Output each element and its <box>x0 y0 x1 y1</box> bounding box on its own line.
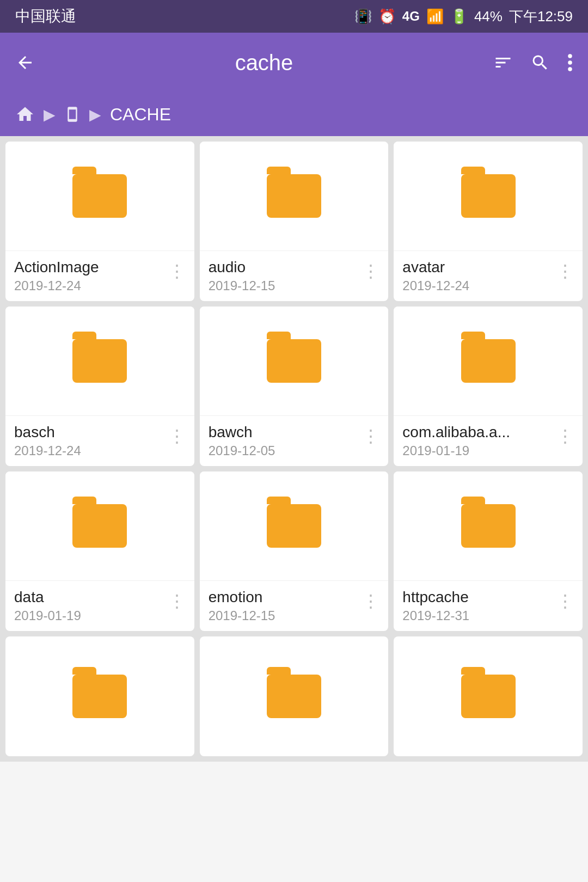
folder-info-8: httpcache 2019-12-31 ⋮ <box>394 580 583 631</box>
vibrate-icon: 📳 <box>354 8 372 25</box>
app-bar-actions <box>493 53 573 72</box>
folder-more-2[interactable]: ⋮ <box>552 259 574 284</box>
folder-icon-area-1 <box>200 142 389 250</box>
folder-card-0[interactable]: ActionImage 2019-12-24 ⋮ <box>5 142 194 301</box>
folder-info-4: bawch 2019-12-05 ⋮ <box>200 415 389 466</box>
signal-type-label: 4G <box>402 9 420 24</box>
battery-label: 44% <box>474 8 503 25</box>
folder-date-6: 2019-01-19 <box>14 608 164 623</box>
status-right: 📳 ⏰ 4G 📶 🔋 44% 下午12:59 <box>354 7 573 26</box>
folder-name-0: ActionImage <box>14 259 145 276</box>
folder-more-0[interactable]: ⋮ <box>164 259 186 284</box>
folder-info-6: data 2019-01-19 ⋮ <box>5 580 194 631</box>
folder-card-5[interactable]: com.alibaba.a... 2019-01-19 ⋮ <box>394 307 583 466</box>
folder-card-1[interactable]: audio 2019-12-15 ⋮ <box>200 142 389 301</box>
sort-button[interactable] <box>493 53 513 72</box>
svg-point-0 <box>568 54 572 58</box>
folder-more-4[interactable]: ⋮ <box>358 424 379 449</box>
folder-more-1[interactable]: ⋮ <box>358 259 379 284</box>
folder-icon-partial-1 <box>267 675 321 718</box>
folder-text-8: httpcache 2019-12-31 <box>402 589 552 623</box>
folder-card-partial-2[interactable] <box>394 636 583 756</box>
folder-name-4: bawch <box>209 424 339 441</box>
folder-name-5: com.alibaba.a... <box>402 424 533 441</box>
folder-icon-area-8 <box>394 471 583 580</box>
folder-date-4: 2019-12-05 <box>209 443 358 458</box>
folder-name-2: avatar <box>402 259 533 276</box>
folder-icon-0 <box>72 174 127 218</box>
folder-name-6: data <box>14 589 145 606</box>
overflow-menu-button[interactable] <box>567 53 573 72</box>
folder-text-5: com.alibaba.a... 2019-01-19 <box>402 424 552 458</box>
folder-card-6[interactable]: data 2019-01-19 ⋮ <box>5 471 194 631</box>
folder-name-1: audio <box>209 259 339 276</box>
folder-name-3: basch <box>14 424 145 441</box>
folder-icon-area-7 <box>200 471 389 580</box>
folder-icon-area-6 <box>5 471 194 580</box>
search-button[interactable] <box>530 53 550 72</box>
back-button[interactable] <box>15 53 35 72</box>
app-bar-title: cache <box>46 51 482 75</box>
folder-icon-6 <box>72 504 127 548</box>
folder-name-8: httpcache <box>402 589 533 606</box>
breadcrumb-device[interactable] <box>64 105 81 124</box>
folder-icon-7 <box>267 504 321 548</box>
folder-more-3[interactable]: ⋮ <box>164 424 186 449</box>
breadcrumb-sep-2: ▶ <box>89 106 101 124</box>
folder-more-8[interactable]: ⋮ <box>552 589 574 614</box>
folder-icon-4 <box>267 339 321 383</box>
folder-icon-area-3 <box>5 307 194 415</box>
folder-card-7[interactable]: emotion 2019-12-15 ⋮ <box>200 471 389 631</box>
folder-text-0: ActionImage 2019-12-24 <box>14 259 164 293</box>
alarm-icon: ⏰ <box>378 8 396 25</box>
folder-text-1: audio 2019-12-15 <box>209 259 358 293</box>
folder-icon-partial-2 <box>461 675 516 718</box>
svg-point-2 <box>568 67 572 71</box>
folder-card-partial-0[interactable] <box>5 636 194 756</box>
breadcrumb-sep-1: ▶ <box>44 106 56 124</box>
status-bar: 中国联通 📳 ⏰ 4G 📶 🔋 44% 下午12:59 <box>0 0 588 33</box>
time-label: 下午12:59 <box>509 7 573 26</box>
folder-date-5: 2019-01-19 <box>402 443 552 458</box>
breadcrumb: ▶ ▶ CACHE <box>0 93 588 136</box>
folder-info-3: basch 2019-12-24 ⋮ <box>5 415 194 466</box>
app-bar: cache <box>0 33 588 93</box>
breadcrumb-home[interactable] <box>15 105 35 124</box>
folder-info-7: emotion 2019-12-15 ⋮ <box>200 580 389 631</box>
folder-card-partial-1[interactable] <box>200 636 389 756</box>
folder-date-3: 2019-12-24 <box>14 443 164 458</box>
folder-card-3[interactable]: basch 2019-12-24 ⋮ <box>5 307 194 466</box>
folder-text-4: bawch 2019-12-05 <box>209 424 358 458</box>
folder-info-2: avatar 2019-12-24 ⋮ <box>394 250 583 301</box>
folder-card-8[interactable]: httpcache 2019-12-31 ⋮ <box>394 471 583 631</box>
carrier-label: 中国联通 <box>15 6 76 27</box>
folder-text-7: emotion 2019-12-15 <box>209 589 358 623</box>
folder-text-3: basch 2019-12-24 <box>14 424 164 458</box>
folder-card-2[interactable]: avatar 2019-12-24 ⋮ <box>394 142 583 301</box>
folder-grid: ActionImage 2019-12-24 ⋮ audio 2019-12-1… <box>0 136 588 762</box>
folder-date-2: 2019-12-24 <box>402 278 552 293</box>
folder-date-0: 2019-12-24 <box>14 278 164 293</box>
folder-icon-area-2 <box>394 142 583 250</box>
folder-card-4[interactable]: bawch 2019-12-05 ⋮ <box>200 307 389 466</box>
folder-icon-3 <box>72 339 127 383</box>
folder-icon-8 <box>461 504 516 548</box>
folder-icon-partial-0 <box>72 675 127 718</box>
folder-more-7[interactable]: ⋮ <box>358 589 379 614</box>
folder-name-7: emotion <box>209 589 339 606</box>
folder-icon-5 <box>461 339 516 383</box>
folder-text-6: data 2019-01-19 <box>14 589 164 623</box>
folder-text-2: avatar 2019-12-24 <box>402 259 552 293</box>
folder-date-7: 2019-12-15 <box>209 608 358 623</box>
signal-bars-icon: 📶 <box>426 8 444 25</box>
folder-info-1: audio 2019-12-15 ⋮ <box>200 250 389 301</box>
folder-icon-area-0 <box>5 142 194 250</box>
battery-icon: 🔋 <box>450 8 468 25</box>
folder-info-5: com.alibaba.a... 2019-01-19 ⋮ <box>394 415 583 466</box>
folder-date-8: 2019-12-31 <box>402 608 552 623</box>
folder-date-1: 2019-12-15 <box>209 278 358 293</box>
folder-more-5[interactable]: ⋮ <box>552 424 574 449</box>
folder-icon-area-5 <box>394 307 583 415</box>
folder-more-6[interactable]: ⋮ <box>164 589 186 614</box>
breadcrumb-current: CACHE <box>110 105 171 125</box>
